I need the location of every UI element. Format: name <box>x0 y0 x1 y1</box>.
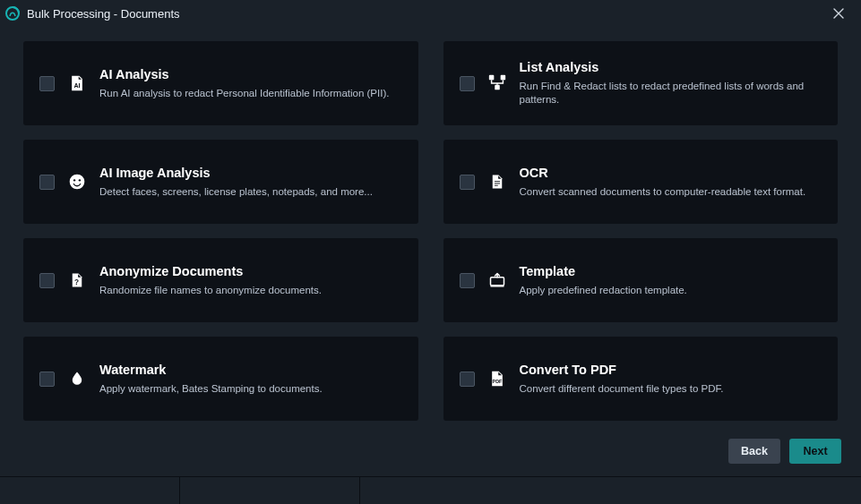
checkbox-ai-image-analysis[interactable] <box>39 175 55 190</box>
svg-point-6 <box>73 179 75 181</box>
checkbox-watermark[interactable] <box>39 372 55 387</box>
checkbox-convert-pdf[interactable] <box>460 372 475 387</box>
option-title: Template <box>520 264 687 278</box>
window-title: Bulk Processing - Documents <box>27 7 180 21</box>
pdf-doc-icon: PDF <box>487 369 507 389</box>
svg-rect-13 <box>490 286 504 287</box>
svg-rect-10 <box>495 185 498 186</box>
option-desc: Run Find & Redact lists to redact predef… <box>520 80 822 107</box>
list-network-icon <box>487 73 507 93</box>
svg-text:PDF: PDF <box>492 379 503 384</box>
drop-icon <box>67 369 87 389</box>
checkbox-ocr[interactable] <box>460 175 475 190</box>
checkbox-ai-analysis[interactable] <box>39 76 55 91</box>
option-title: OCR <box>520 166 806 180</box>
option-ai-image-analysis[interactable]: AI Image Analysis Detect faces, screens,… <box>23 140 418 224</box>
option-title: AI Image Analysis <box>99 166 373 180</box>
option-ai-analysis[interactable]: AI AI Analysis Run AI analysis to redact… <box>23 41 418 125</box>
svg-point-5 <box>70 175 85 190</box>
document-icon <box>487 172 507 192</box>
options-grid: AI AI Analysis Run AI analysis to redact… <box>0 25 861 426</box>
svg-text:AI: AI <box>73 82 80 90</box>
option-title: Convert To PDF <box>520 363 724 377</box>
next-button[interactable]: Next <box>789 439 841 464</box>
option-desc: Apply predefined redaction template. <box>520 284 687 297</box>
window: Bulk Processing - Documents AI AI Analys… <box>0 0 861 504</box>
status-cell <box>180 477 360 504</box>
footer: Back Next <box>0 426 861 476</box>
option-title: AI Analysis <box>99 67 389 81</box>
option-template[interactable]: Template Apply predefined redaction temp… <box>443 238 839 322</box>
option-desc: Detect faces, screens, license plates, n… <box>99 185 373 199</box>
option-anonymize-docs[interactable]: ? Anonymize Documents Randomize file nam… <box>23 238 418 322</box>
option-ocr[interactable]: OCR Convert scanned documents to compute… <box>443 140 839 224</box>
checkbox-list-analysis[interactable] <box>460 76 475 91</box>
option-title: Watermark <box>99 363 323 377</box>
svg-rect-3 <box>500 75 505 81</box>
status-bar <box>0 476 861 504</box>
svg-rect-8 <box>495 181 500 182</box>
ai-doc-icon: AI <box>67 73 87 93</box>
back-button[interactable]: Back <box>728 439 780 464</box>
option-watermark[interactable]: Watermark Apply watermark, Bates Stampin… <box>23 337 418 421</box>
option-list-analysis[interactable]: List Analysis Run Find & Redact lists to… <box>443 41 839 125</box>
svg-rect-12 <box>490 278 504 286</box>
checkbox-template[interactable] <box>460 273 475 288</box>
question-doc-icon: ? <box>67 270 87 290</box>
status-cell <box>0 477 180 504</box>
option-desc: Convert different document file types to… <box>520 382 724 396</box>
option-convert-pdf[interactable]: PDF Convert To PDF Convert different doc… <box>443 337 839 421</box>
option-title: List Analysis <box>520 60 822 74</box>
svg-text:?: ? <box>74 278 79 286</box>
app-icon <box>5 6 20 21</box>
checkbox-anonymize-docs[interactable] <box>39 273 55 288</box>
option-title: Anonymize Documents <box>99 264 322 278</box>
face-icon <box>67 172 87 192</box>
svg-rect-9 <box>495 184 500 184</box>
option-desc: Randomize file names to anonymize docume… <box>99 284 322 297</box>
option-desc: Convert scanned documents to computer-re… <box>520 185 806 199</box>
template-icon <box>487 270 507 290</box>
close-button[interactable] <box>825 4 852 23</box>
option-desc: Apply watermark, Bates Stamping to docum… <box>99 382 323 396</box>
svg-rect-2 <box>488 75 494 81</box>
titlebar: Bulk Processing - Documents <box>0 0 861 25</box>
svg-point-7 <box>79 179 81 181</box>
option-desc: Run AI analysis to redact Personal Ident… <box>99 87 389 100</box>
